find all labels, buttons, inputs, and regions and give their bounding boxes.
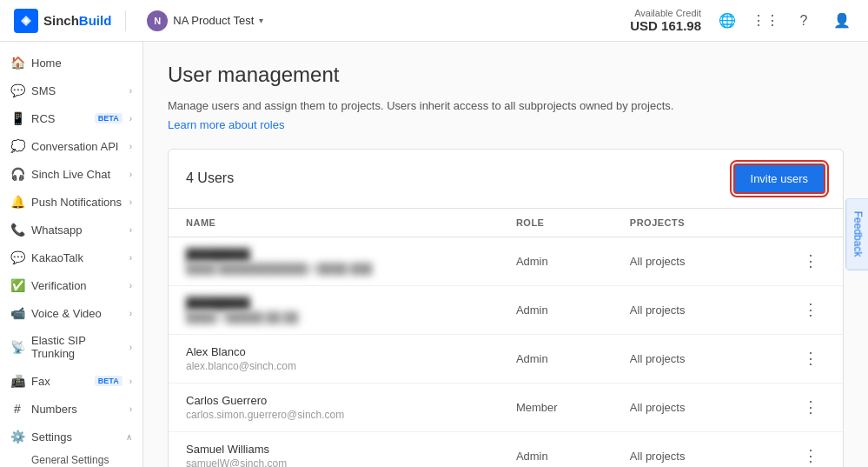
user-actions-cell: ⋮ xyxy=(746,285,843,334)
user-role: Member xyxy=(499,383,613,431)
col-name: NAME xyxy=(169,209,499,237)
sidebar-item-kakaotalk-label: KakaoTalk xyxy=(31,251,123,264)
verification-chevron-icon: › xyxy=(129,281,132,290)
user-actions-cell: ⋮ xyxy=(746,334,843,383)
invite-users-button[interactable]: Invite users xyxy=(733,163,825,194)
user-name-cell: Alex Blancoalex.blanco@sinch.com xyxy=(169,334,499,383)
globe-icon[interactable]: 🌐 xyxy=(715,9,739,33)
sidebar-item-rcs-label: RCS xyxy=(31,112,88,125)
user-role: Admin xyxy=(499,334,613,383)
table-row: Carlos Guerrerocarlos.simon.guerrero@sin… xyxy=(169,383,843,431)
sidebar-item-conversation-api[interactable]: 💭 Conversation API › xyxy=(0,132,142,160)
table-row: Alex Blancoalex.blanco@sinch.comAdminAll… xyxy=(169,334,843,383)
sidebar-item-conversation-api-label: Conversation API xyxy=(31,140,123,153)
conversation-api-chevron-icon: › xyxy=(129,142,132,151)
user-role: Admin xyxy=(499,237,613,285)
user-projects: All projects xyxy=(613,383,747,431)
table-row: ████████████@█████.██.██AdminAll project… xyxy=(169,285,843,334)
learn-more-link[interactable]: Learn more about roles xyxy=(168,118,844,131)
user-email: alex.blanco@sinch.com xyxy=(186,360,481,372)
elastic-sip-icon: 📡 xyxy=(10,340,24,354)
table-body: ████████████.████████████@████.███AdminA… xyxy=(169,237,843,467)
page-title: User management xyxy=(168,63,844,87)
feedback-tab[interactable]: Feedback xyxy=(846,197,868,270)
sidebar-item-settings[interactable]: ⚙️ Settings ∧ xyxy=(0,423,142,450)
sidebar-item-home-label: Home xyxy=(31,57,132,70)
kakaotalk-chevron-icon: › xyxy=(129,253,132,263)
sidebar-item-fax[interactable]: 📠 Fax BETA › xyxy=(0,367,142,395)
sidebar-item-sinch-live-chat[interactable]: 🎧 Sinch Live Chat › xyxy=(0,160,142,188)
more-options-button[interactable]: ⋮ xyxy=(796,297,825,323)
user-name: Samuel Williams xyxy=(186,443,481,456)
fax-beta-badge: BETA xyxy=(95,376,123,386)
project-chevron-icon: ▾ xyxy=(259,16,263,25)
project-selector[interactable]: N NA Product Test ▾ xyxy=(140,7,270,35)
help-icon[interactable]: ? xyxy=(792,9,816,33)
sidebar-item-numbers[interactable]: # Numbers › xyxy=(0,395,142,423)
user-email: ████@█████.██.██ xyxy=(186,311,481,324)
project-name: NA Product Test xyxy=(173,14,254,27)
more-options-button[interactable]: ⋮ xyxy=(796,248,825,274)
sidebar-item-verification[interactable]: ✅ Verification › xyxy=(0,271,142,299)
sidebar-sub-general-settings[interactable]: General Settings xyxy=(0,450,142,467)
user-name-cell: Carlos Guerrerocarlos.simon.guerrero@sin… xyxy=(169,383,499,431)
sidebar-item-home[interactable]: 🏠 Home xyxy=(0,49,142,77)
user-role: Admin xyxy=(499,431,613,467)
sidebar-item-push-notifications[interactable]: 🔔 Push Notifications › xyxy=(0,188,142,216)
fax-chevron-icon: › xyxy=(129,377,132,386)
user-icon[interactable]: 👤 xyxy=(830,9,854,33)
sidebar-item-sms[interactable]: 💬 SMS › xyxy=(0,77,142,104)
sidebar-item-elastic-sip[interactable]: 📡 Elastic SIP Trunking › xyxy=(0,327,142,367)
col-actions xyxy=(746,209,843,237)
home-icon: 🏠 xyxy=(10,56,24,70)
more-options-button[interactable]: ⋮ xyxy=(796,394,825,420)
logo-icon xyxy=(14,9,38,33)
users-table: NAME ROLE PROJECTS ████████████.████████… xyxy=(169,209,843,468)
more-options-button[interactable]: ⋮ xyxy=(796,443,825,467)
user-projects: All projects xyxy=(613,431,747,467)
sidebar-item-whatsapp[interactable]: 📞 Whatsapp › xyxy=(0,216,142,244)
sinch-live-chat-chevron-icon: › xyxy=(129,170,132,179)
sidebar-item-verification-label: Verification xyxy=(31,279,123,292)
verification-icon: ✅ xyxy=(10,278,24,292)
whatsapp-icon: 📞 xyxy=(10,223,24,237)
main-content: User management Manage users and assign … xyxy=(143,42,868,467)
sidebar-item-voice-video[interactable]: 📹 Voice & Video › xyxy=(0,299,142,327)
user-actions-cell: ⋮ xyxy=(746,431,843,467)
apps-icon[interactable]: ⋮⋮ xyxy=(753,9,778,33)
user-name-cell: ████████████@█████.██.██ xyxy=(169,285,499,334)
sidebar-item-rcs[interactable]: 📱 RCS BETA › xyxy=(0,104,142,132)
logo: SinchBuild xyxy=(14,9,111,33)
user-actions-cell: ⋮ xyxy=(746,237,843,285)
user-projects: All projects xyxy=(613,237,747,285)
more-options-button[interactable]: ⋮ xyxy=(796,345,825,371)
elastic-sip-chevron-icon: › xyxy=(129,343,132,352)
user-role: Admin xyxy=(499,285,613,334)
credit-label: Available Credit xyxy=(630,8,701,18)
topbar-right: Available Credit USD 161.98 🌐 ⋮⋮ ? 👤 xyxy=(630,8,854,33)
sidebar-item-settings-label: Settings xyxy=(31,430,119,444)
fax-icon: 📠 xyxy=(10,374,24,388)
topbar-divider xyxy=(125,10,126,31)
users-count: 4 Users xyxy=(186,170,234,186)
user-email: samuelW@sinch.com xyxy=(186,457,481,468)
user-name: ████████ xyxy=(186,297,481,310)
table-head: NAME ROLE PROJECTS xyxy=(169,209,843,237)
user-name: Carlos Guerrero xyxy=(186,394,481,407)
page-description: Manage users and assign them to projects… xyxy=(168,97,844,115)
kakaotalk-icon: 💬 xyxy=(10,250,24,264)
layout: 🏠 Home 💬 SMS › 📱 RCS BETA › 💭 Conversati… xyxy=(0,42,868,467)
table-row: Samuel WilliamssamuelW@sinch.comAdminAll… xyxy=(169,431,843,467)
credit-info: Available Credit USD 161.98 xyxy=(630,8,701,33)
whatsapp-chevron-icon: › xyxy=(129,225,132,235)
col-projects: PROJECTS xyxy=(613,209,747,237)
numbers-chevron-icon: › xyxy=(129,404,132,414)
numbers-icon: # xyxy=(10,402,24,416)
sidebar: 🏠 Home 💬 SMS › 📱 RCS BETA › 💭 Conversati… xyxy=(0,42,143,467)
conversation-api-icon: 💭 xyxy=(10,139,24,153)
user-email: carlos.simon.guerrero@sinch.com xyxy=(186,409,481,421)
sidebar-item-kakaotalk[interactable]: 💬 KakaoTalk › xyxy=(0,244,142,271)
push-notifications-icon: 🔔 xyxy=(10,195,24,209)
sidebar-item-sms-label: SMS xyxy=(31,84,123,97)
sidebar-item-numbers-label: Numbers xyxy=(31,403,123,416)
